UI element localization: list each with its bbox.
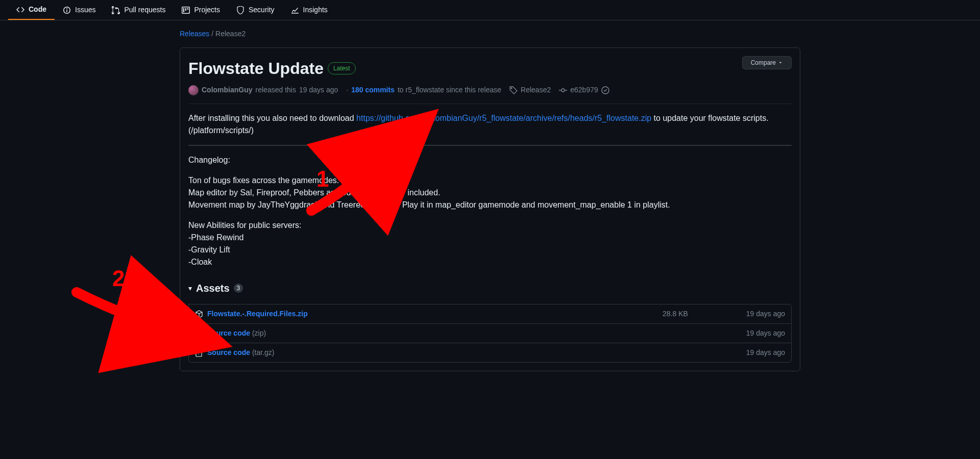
breadcrumb: Releases / Release2 [163,20,817,47]
abilities-label: New Abilities for public servers: [188,221,301,230]
tab-label: Projects [194,5,220,15]
asset-link[interactable]: Source code (tar.gz) [207,347,275,358]
tab-pull-requests[interactable]: Pull requests [104,0,174,20]
latest-badge: Latest [328,62,356,74]
tab-label: Insights [303,5,328,15]
changelog-label: Changelog: [188,154,792,166]
release-title: Flowstate Update [188,56,324,81]
breadcrumb-releases[interactable]: Releases [180,30,209,38]
commits-suffix: to r5_flowstate since this release [398,85,501,95]
avatar[interactable] [188,85,199,95]
tab-label: Pull requests [124,5,165,15]
release-body: After installing this you also need to d… [188,104,792,268]
tag-icon [509,86,518,94]
asset-list: Flowstate.-.Required.Files.zip 28.8 KB 1… [188,304,792,363]
released-time: 19 days ago [299,85,338,95]
commits-link[interactable]: 180 commits [351,85,395,95]
file-zip-icon [195,329,203,338]
dot-separator: · [346,85,348,95]
compare-button-label: Compare [751,59,776,66]
breadcrumb-current: Release2 [215,30,246,38]
pr-icon [112,6,120,14]
asset-item: Flowstate.-.Required.Files.zip 28.8 KB 1… [188,304,792,324]
issue-icon [63,6,71,14]
assets-toggle[interactable]: ▾ Assets 3 [188,280,792,304]
change-line: Map editor by Sal, Fireproof, Pebbers an… [188,188,440,197]
divider [188,145,792,146]
tag-link[interactable]: Release2 [521,85,551,95]
package-icon [195,310,203,318]
ability-line: -Phase Rewind [188,233,244,242]
tab-label: Security [249,5,275,15]
assets-count-badge: 3 [234,284,243,293]
annotation-label-2: 2 [112,262,125,295]
asset-item: Source code (tar.gz) 19 days ago [188,343,792,363]
annotation-arrow-2 [66,282,189,343]
tab-issues[interactable]: Issues [55,0,104,20]
project-icon [182,6,190,14]
tab-projects[interactable]: Projects [174,0,228,20]
asset-date: 19 days ago [724,309,785,319]
asset-link[interactable]: Source code (zip) [207,328,266,339]
tab-insights[interactable]: Insights [283,0,336,20]
asset-date: 19 days ago [724,328,785,339]
asset-item: Source code (zip) 19 days ago [188,324,792,343]
tab-security[interactable]: Security [228,0,283,20]
change-line: Movement map by JayTheYggdrasil and Tree… [188,200,670,209]
changelog-lines: Ton of bugs fixes across the gamemodes. … [188,174,792,211]
ability-line: -Cloak [188,258,212,266]
triangle-down-icon [778,60,783,65]
compare-button[interactable]: Compare [742,56,792,69]
verified-icon [601,86,609,94]
ability-line: -Gravity Lift [188,245,230,254]
release-meta: ColombianGuy released this 19 days ago ·… [188,85,792,95]
tab-label: Issues [75,5,95,15]
change-line: Ton of bugs fixes across the gamemodes. [188,176,339,185]
author-link[interactable]: ColombianGuy [202,85,253,95]
code-icon [16,6,24,14]
released-text: released this [256,85,296,95]
shield-icon [236,6,244,14]
asset-size: 28.8 KB [663,309,724,319]
commit-hash-link[interactable]: e62b979 [570,85,598,95]
release-box: Flowstate Update Latest Compare Colombia… [180,47,800,371]
abilities-paragraph: New Abilities for public servers: -Phase… [188,219,792,268]
tab-label: Code [29,4,46,15]
graph-icon [291,6,299,14]
repo-tabs: Code Issues Pull requests Projects Secur… [0,0,980,20]
assets-label: Assets [196,280,230,296]
asset-link[interactable]: Flowstate.-.Required.Files.zip [207,309,308,319]
intro-paragraph: After installing this you also need to d… [188,112,792,137]
triangle-down-icon: ▾ [188,283,192,294]
intro-prefix: After installing this you also need to d… [188,114,356,122]
asset-date: 19 days ago [724,347,785,358]
breadcrumb-separator: / [209,30,215,38]
tab-code[interactable]: Code [8,0,55,20]
intro-link[interactable]: https://github.com/ColombianGuy/r5_flows… [356,114,651,122]
file-zip-icon [195,349,203,357]
commit-icon [559,86,567,94]
